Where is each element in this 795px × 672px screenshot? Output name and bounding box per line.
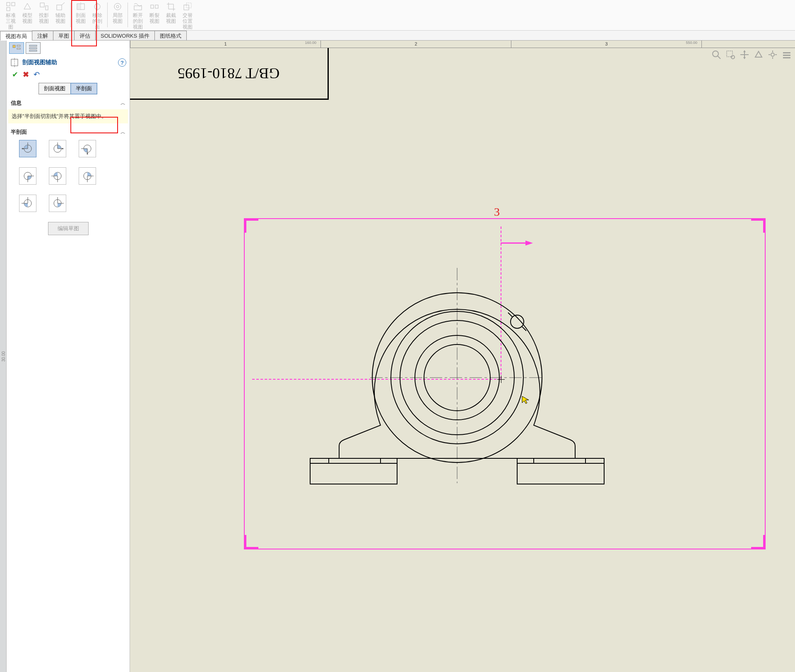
half-opt-icon [22, 197, 34, 210]
half-section-head[interactable]: 半剖面 ︿ [7, 127, 130, 137]
vstrip-label: 30.00 [1, 351, 5, 361]
left-vertical-strip: 30.00 [0, 41, 7, 672]
ribbon-group-break: 断开 的剖 视图 断裂 视图 裁截 视图 交替 位置 视图 [129, 1, 197, 29]
half-opt-icon [81, 170, 94, 182]
chevron-up-icon: ︿ [120, 129, 125, 136]
svg-rect-80 [517, 458, 604, 484]
removed-section-button[interactable]: 移除 的剖 面 [89, 1, 106, 29]
half-opt-icon [51, 197, 64, 210]
tab-annotation[interactable]: 注解 [32, 31, 53, 40]
svg-rect-5 [46, 6, 48, 10]
svg-marker-38 [87, 152, 88, 154]
svg-rect-62 [783, 52, 790, 53]
half-opt-icon [51, 170, 64, 182]
full-section-toggle[interactable]: 剖面视图 [39, 83, 71, 94]
tab-sw-addins[interactable]: SOLIDWORKS 插件 [95, 31, 155, 40]
title-block: GB/T 7810-1995 [130, 48, 329, 100]
half-section-options [7, 137, 130, 214]
info-section-head[interactable]: 信息 ︿ [7, 98, 130, 108]
crop-view-button[interactable]: 裁截 视图 [163, 1, 179, 29]
drawing-canvas[interactable]: 1160.00 2 3550.00 GB/T 7810-1995 [130, 41, 795, 672]
detail-view-button[interactable]: 局部 视图 [109, 1, 126, 29]
svg-rect-2 [7, 7, 10, 11]
panel-header: 剖面视图辅助 ? [7, 55, 130, 70]
half-section-head-label: 半剖面 [11, 128, 27, 136]
svg-marker-34 [61, 148, 63, 149]
model-view-button[interactable]: 模型 视图 [19, 1, 36, 29]
half-opt-right-down[interactable] [19, 167, 36, 185]
undo-icon[interactable]: ↶ [32, 70, 41, 79]
half-opt-down-right[interactable] [49, 195, 66, 212]
canvas-view-tools [711, 50, 792, 60]
svg-rect-14 [134, 6, 142, 10]
three-views-icon [6, 2, 16, 12]
projection-view-button[interactable]: 投影 视图 [36, 1, 52, 29]
settings-icon[interactable] [768, 50, 778, 60]
auxiliary-view-icon [55, 2, 65, 12]
half-opt-bl[interactable] [49, 167, 66, 185]
half-opt-left-down[interactable] [79, 140, 96, 157]
svg-line-75 [508, 313, 512, 317]
ok-icon[interactable]: ✔ [11, 70, 19, 79]
auxiliary-view-button[interactable]: 辅助 视图 [52, 1, 69, 29]
half-opt-icon [22, 170, 34, 182]
half-opt-br[interactable] [79, 167, 96, 185]
svg-marker-60 [755, 51, 762, 57]
standard-3views-button[interactable]: 标准 三视 图 [2, 1, 19, 29]
detail-view-icon [113, 2, 123, 12]
edit-sketch-button[interactable]: 编辑草图 [48, 222, 89, 235]
alternate-position-button[interactable]: 交替 位置 视图 [179, 1, 196, 29]
info-message: 选择"半剖面切割线"并将其置于视图中。 [8, 109, 128, 123]
half-opt-icon [81, 142, 94, 155]
panel-tab-feature[interactable] [9, 42, 24, 54]
half-section-toggle[interactable]: 半剖面 [70, 83, 97, 94]
svg-rect-63 [783, 55, 790, 56]
tab-view-layout[interactable]: 视图布局 [0, 31, 32, 41]
half-opt-down-left[interactable] [19, 195, 36, 212]
edit-sketch-row: 编辑草图 [7, 214, 130, 243]
zoom-fit-icon[interactable] [711, 50, 721, 60]
zoom-area-icon[interactable] [725, 50, 735, 60]
svg-rect-1 [12, 2, 15, 6]
svg-marker-86 [522, 396, 529, 404]
help-icon[interactable]: ? [118, 58, 126, 67]
svg-marker-59 [743, 57, 746, 59]
svg-rect-4 [40, 3, 44, 7]
broken-out-section-button[interactable]: 断开 的剖 视图 [130, 1, 146, 29]
title-block-text: GB/T 7810-1995 [178, 65, 279, 82]
cut-direction-indicator [501, 239, 534, 248]
half-opt-top-left[interactable] [19, 140, 36, 157]
annotation-number-3: 3 [494, 205, 500, 219]
tab-sketch[interactable]: 草图 [53, 31, 75, 40]
panel-title: 剖面视图辅助 [22, 59, 115, 66]
part-outline [277, 251, 637, 541]
svg-point-12 [114, 3, 121, 10]
crop-view-icon [166, 2, 176, 12]
display-style-icon[interactable] [754, 50, 764, 60]
break-view-button[interactable]: 断裂 视图 [146, 1, 163, 29]
svg-rect-78 [310, 458, 397, 484]
tab-sheet-format[interactable]: 图纸格式 [154, 31, 187, 40]
half-opt-top-right[interactable] [49, 140, 66, 157]
tab-evaluate[interactable]: 评估 [74, 31, 96, 40]
panel-tab-property[interactable] [26, 42, 41, 54]
command-tabstrip: 视图布局 注解 草图 评估 SOLIDWORKS 插件 图纸格式 [0, 31, 795, 41]
drawing-view[interactable] [244, 218, 766, 549]
break-view-icon [149, 2, 159, 12]
property-icon [29, 44, 38, 52]
svg-point-13 [116, 5, 119, 8]
svg-line-7 [62, 2, 65, 5]
chevron-up-icon: ︿ [120, 100, 125, 107]
more-tools-icon[interactable] [782, 50, 792, 60]
pan-icon[interactable] [740, 50, 749, 60]
mouse-cursor-icon [521, 395, 530, 405]
panel-action-row: ✔ ✖ ↶ [7, 70, 130, 81]
svg-rect-6 [57, 5, 62, 10]
svg-rect-20 [17, 45, 20, 46]
section-view-button[interactable]: 剖面 视图 [72, 1, 89, 29]
svg-point-54 [713, 51, 718, 57]
cancel-icon[interactable]: ✖ [22, 70, 30, 79]
ribbon-toolbar: 标准 三视 图 模型 视图 投影 视图 辅助 视图 剖面 视图 [0, 0, 795, 31]
horizontal-ruler: 1160.00 2 3550.00 [130, 41, 795, 48]
svg-marker-58 [743, 50, 746, 52]
